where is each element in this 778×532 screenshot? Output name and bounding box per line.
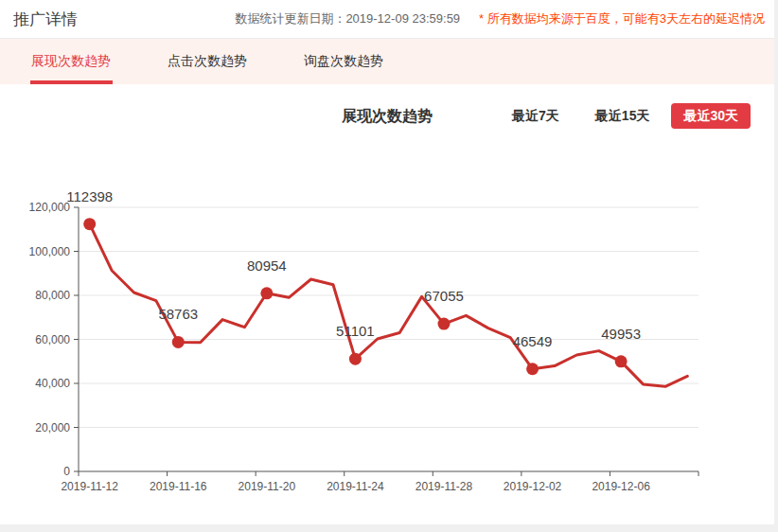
page-title: 推广详情 <box>13 9 78 30</box>
svg-text:80,000: 80,000 <box>35 289 70 302</box>
update-date: 数据统计更新日期：2019-12-09 23:59:59 <box>235 10 460 27</box>
svg-text:2019-11-28: 2019-11-28 <box>416 480 473 493</box>
svg-text:2019-12-06: 2019-12-06 <box>592 480 650 493</box>
trend-tab-bar: 展现次数趋势 点击次数趋势 询盘次数趋势 <box>0 39 774 84</box>
svg-text:2019-12-02: 2019-12-02 <box>504 480 562 493</box>
tab-impressions-trend[interactable]: 展现次数趋势 <box>31 39 111 84</box>
impressions-trend-chart: 020,00040,00060,00080,000100,000120,0002… <box>0 123 774 524</box>
svg-text:2019-11-16: 2019-11-16 <box>150 480 207 493</box>
page-header: 推广详情 数据统计更新日期：2019-12-09 23:59:59 * 所有数据… <box>0 0 774 39</box>
svg-text:60,000: 60,000 <box>35 333 70 346</box>
tab-clicks-label: 点击次数趋势 <box>168 53 247 70</box>
active-tab-underline <box>30 80 113 84</box>
svg-text:46549: 46549 <box>513 333 553 349</box>
svg-text:51101: 51101 <box>336 323 375 339</box>
tab-clicks-trend[interactable]: 点击次数趋势 <box>168 39 247 84</box>
svg-text:67055: 67055 <box>424 288 464 304</box>
svg-text:2019-11-20: 2019-11-20 <box>239 480 296 493</box>
svg-text:112398: 112398 <box>66 188 113 204</box>
trend-line-chart-svg: 020,00040,00060,00080,000100,000120,0002… <box>0 123 774 524</box>
tab-inquiries-label: 询盘次数趋势 <box>304 53 383 70</box>
svg-text:58763: 58763 <box>158 306 198 322</box>
svg-text:2019-11-24: 2019-11-24 <box>327 480 384 493</box>
svg-text:40,000: 40,000 <box>35 377 70 390</box>
svg-text:0: 0 <box>63 465 70 478</box>
svg-text:20,000: 20,000 <box>35 421 70 434</box>
promotion-detail-card: 推广详情 数据统计更新日期：2019-12-09 23:59:59 * 所有数据… <box>0 0 774 524</box>
svg-text:100,000: 100,000 <box>29 245 71 258</box>
svg-text:80954: 80954 <box>247 257 287 274</box>
delay-notice: * 所有数据均来源于百度，可能有3天左右的延迟情况 <box>479 10 765 27</box>
svg-text:120,000: 120,000 <box>29 201 71 214</box>
svg-text:2019-11-12: 2019-11-12 <box>61 480 118 493</box>
tab-inquiries-trend[interactable]: 询盘次数趋势 <box>304 39 383 84</box>
tab-impressions-label: 展现次数趋势 <box>31 53 111 70</box>
svg-text:49953: 49953 <box>601 326 641 342</box>
